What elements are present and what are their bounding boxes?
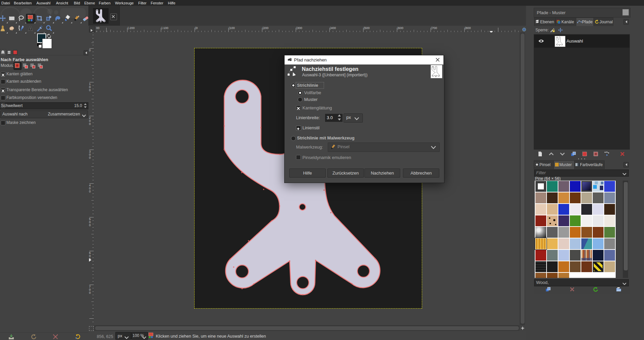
svg-text:A: A (28, 25, 33, 32)
